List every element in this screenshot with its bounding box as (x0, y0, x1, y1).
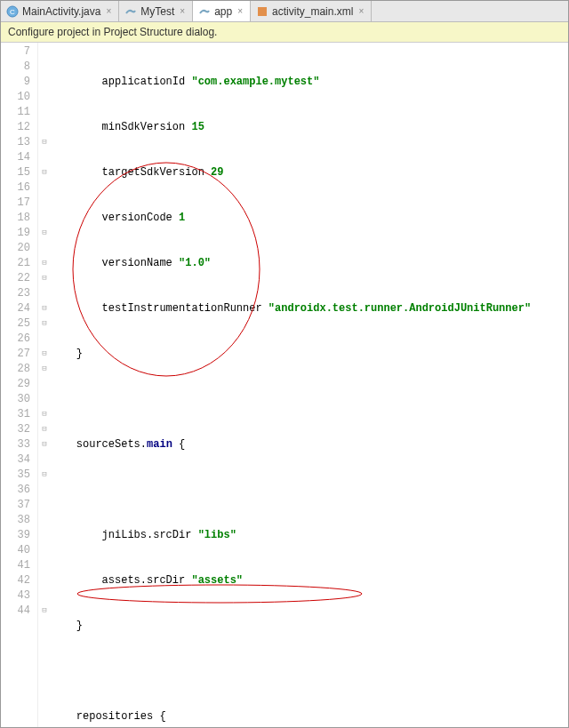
close-icon[interactable]: × (104, 6, 113, 16)
fold-close-icon: ⊟ (38, 604, 51, 619)
code-area[interactable]: applicationId "com.example.mytest" minSd… (51, 43, 568, 728)
tab-app[interactable]: app × (193, 1, 251, 21)
project-structure-hint[interactable]: Configure project in Project Structure d… (1, 22, 568, 43)
tab-label: activity_main.xml (272, 5, 353, 18)
fold-open-icon: ⊟ (38, 256, 51, 271)
fold-open-icon: ⊟ (38, 347, 51, 362)
code-editor[interactable]: 7891011121314151617181920212223242526272… (1, 43, 568, 728)
fold-open-icon: ⊟ (38, 165, 51, 180)
tab-activitymain[interactable]: activity_main.xml × (251, 1, 372, 21)
tab-mainactivity[interactable]: C MainActivity.java × (1, 1, 119, 21)
fold-close-icon: ⊟ (38, 407, 51, 422)
line-gutter: 7891011121314151617181920212223242526272… (1, 43, 38, 728)
fold-close-icon: ⊟ (38, 422, 51, 437)
fold-gutter[interactable]: ⊟⊟⊟⊟⊟⊟⊟⊟⊟⊟⊟⊟⊟⊟ (38, 43, 51, 728)
close-icon[interactable]: × (236, 6, 244, 16)
close-icon[interactable]: × (178, 6, 187, 16)
fold-close-icon: ⊟ (38, 437, 51, 452)
tab-label: MyTest (140, 5, 174, 18)
fold-open-icon: ⊟ (38, 468, 51, 483)
tab-label: app (214, 5, 232, 18)
xml-file-icon (256, 5, 268, 18)
fold-close-icon: ⊟ (38, 316, 51, 332)
fold-close-icon: ⊟ (38, 135, 51, 150)
tab-mytest[interactable]: MyTest × (119, 1, 193, 21)
svg-text:C: C (10, 8, 15, 16)
fold-close-icon: ⊟ (38, 301, 51, 316)
tab-label: MainActivity.java (22, 5, 100, 18)
gradle-icon (124, 5, 137, 18)
svg-rect-2 (258, 7, 267, 16)
fold-close-icon: ⊟ (38, 226, 51, 241)
gradle-icon (198, 5, 211, 18)
editor-tabbar: C MainActivity.java × MyTest × app × act… (1, 1, 568, 22)
java-file-icon: C (6, 5, 19, 18)
close-icon[interactable]: × (357, 6, 365, 16)
fold-open-icon: ⊟ (38, 271, 51, 286)
fold-open-icon: ⊟ (38, 362, 51, 377)
